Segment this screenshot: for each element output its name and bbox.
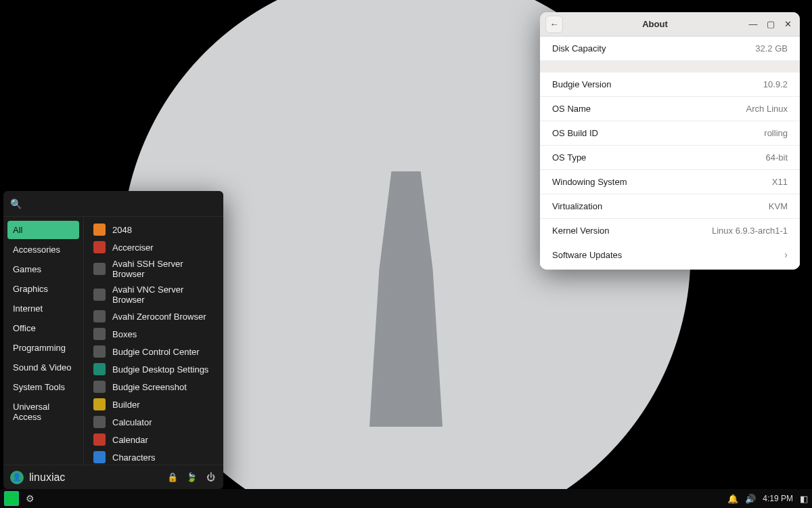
- about-row-label: Disk Capacity: [552, 43, 606, 54]
- search-input[interactable]: [27, 198, 217, 209]
- sidebar-toggle-button[interactable]: ◧: [800, 494, 808, 504]
- app-launcher-button[interactable]: [4, 491, 19, 506]
- app-item[interactable]: Budgie Screenshot: [89, 378, 221, 396]
- about-row-label: OS Type: [552, 152, 586, 163]
- about-row-disk: Disk Capacity 32.2 GB: [540, 37, 800, 60]
- about-titlebar[interactable]: ← About — ▢ ✕: [540, 12, 800, 37]
- app-item[interactable]: Accerciser: [89, 238, 221, 256]
- wallpaper-decoration: [345, 34, 467, 427]
- category-item[interactable]: Accessories: [7, 240, 79, 259]
- maximize-button[interactable]: ▢: [765, 18, 777, 30]
- category-item[interactable]: All: [7, 221, 79, 239]
- leaf-icon: 🍃: [186, 472, 197, 482]
- app-item-label: Builder: [112, 400, 139, 410]
- power-icon: ⏻: [206, 472, 215, 482]
- category-item[interactable]: Office: [7, 319, 79, 337]
- app-item[interactable]: Avahi SSH Server Browser: [89, 256, 221, 282]
- app-icon: [93, 345, 106, 358]
- category-item[interactable]: Universal Access: [7, 398, 79, 426]
- about-row: OS NameArch Linux: [540, 96, 800, 121]
- avatar[interactable]: 👤: [10, 471, 24, 484]
- app-icon: [93, 241, 106, 253]
- about-row-label: Windowing System: [552, 177, 627, 187]
- app-item-label: Avahi Zeroconf Browser: [112, 312, 206, 322]
- power-button[interactable]: ⏻: [204, 471, 217, 484]
- suspend-button[interactable]: 🍃: [185, 471, 198, 484]
- user-icon: 👤: [12, 473, 22, 482]
- minimize-icon: —: [748, 19, 757, 29]
- bell-icon: 🔔: [727, 494, 738, 504]
- app-icon: [93, 381, 106, 393]
- maximize-icon: ▢: [767, 19, 775, 29]
- taskbar: ⚙ 🔔 🔊 4:19 PM ◧: [0, 489, 812, 508]
- about-row: Budgie Version10.9.2: [540, 72, 800, 96]
- app-item-label: Avahi SSH Server Browser: [112, 259, 217, 279]
- app-item[interactable]: Avahi VNC Server Browser: [89, 282, 221, 308]
- app-icon: [93, 328, 106, 340]
- gear-icon: ⚙: [26, 493, 35, 504]
- app-icon: [93, 416, 106, 428]
- about-row-value: KVM: [769, 201, 788, 211]
- chevron-right-icon: ›: [784, 249, 788, 260]
- about-row: OS Build IDrolling: [540, 121, 800, 145]
- menu-footer: 👤 linuxiac 🔒 🍃 ⏻: [3, 465, 223, 489]
- about-row-value: 32.2 GB: [755, 43, 788, 54]
- about-row-label: Budgie Version: [552, 79, 611, 89]
- about-link-label: Software Updates: [552, 250, 622, 260]
- back-button[interactable]: ←: [545, 16, 563, 33]
- about-row-label: Kernel Version: [552, 226, 610, 236]
- clock[interactable]: 4:19 PM: [763, 494, 793, 503]
- about-row-value: Arch Linux: [746, 104, 788, 114]
- minimize-button[interactable]: —: [747, 18, 759, 30]
- app-icon: [93, 451, 106, 463]
- category-list[interactable]: AllAccessoriesGamesGraphicsInternetOffic…: [3, 217, 83, 465]
- app-item[interactable]: Budgie Control Center: [89, 343, 221, 360]
- notifications-button[interactable]: 🔔: [727, 494, 738, 504]
- app-item-label: Budgie Desktop Settings: [112, 364, 208, 375]
- app-item[interactable]: Budgie Desktop Settings: [89, 360, 221, 378]
- about-row-value: 10.9.2: [763, 79, 788, 89]
- app-icon: [93, 363, 106, 375]
- category-item[interactable]: System Tools: [7, 378, 79, 396]
- app-item[interactable]: Builder: [89, 396, 221, 413]
- about-row-label: OS Name: [552, 104, 591, 114]
- lock-button[interactable]: 🔒: [166, 471, 179, 484]
- category-item[interactable]: Games: [7, 260, 79, 278]
- category-item[interactable]: Programming: [7, 339, 79, 357]
- about-row: VirtualizationKVM: [540, 194, 800, 218]
- system-tray: 🔔 🔊 4:19 PM ◧: [727, 494, 808, 504]
- app-item[interactable]: Calendar: [89, 431, 221, 448]
- volume-button[interactable]: 🔊: [745, 494, 756, 504]
- app-item-label: Avahi VNC Server Browser: [112, 284, 217, 305]
- app-item-label: Characters: [112, 452, 156, 463]
- about-row-value: 64-bit: [765, 152, 788, 163]
- app-item[interactable]: 2048: [89, 221, 221, 238]
- category-item[interactable]: Graphics: [7, 280, 79, 298]
- category-item[interactable]: Internet: [7, 299, 79, 318]
- arrow-left-icon: ←: [550, 19, 559, 29]
- app-icon: [93, 289, 106, 301]
- app-item[interactable]: Characters: [89, 448, 221, 465]
- about-row-label: OS Build ID: [552, 128, 598, 138]
- app-icon: [93, 398, 106, 410]
- app-icon: [93, 433, 106, 446]
- close-button[interactable]: ✕: [782, 18, 794, 30]
- close-icon: ✕: [784, 19, 792, 29]
- category-item[interactable]: Sound & Video: [7, 358, 79, 377]
- app-item-label: 2048: [112, 225, 132, 235]
- speaker-icon: 🔊: [745, 494, 756, 504]
- about-row: OS Type64-bit: [540, 145, 800, 169]
- software-updates-link[interactable]: Software Updates ›: [540, 242, 800, 267]
- app-item-label: Budgie Control Center: [112, 347, 200, 357]
- about-row: Kernel VersionLinux 6.9.3-arch1-1: [540, 218, 800, 242]
- app-item[interactable]: Avahi Zeroconf Browser: [89, 308, 221, 325]
- menu-search-row: 🔍: [3, 191, 223, 217]
- app-item[interactable]: Calculator: [89, 413, 221, 431]
- settings-button[interactable]: ⚙: [23, 492, 37, 505]
- search-icon: 🔍: [10, 198, 22, 209]
- app-icon: [93, 263, 106, 275]
- app-item-label: Accerciser: [112, 242, 154, 253]
- app-list[interactable]: 2048AccerciserAvahi SSH Server BrowserAv…: [83, 217, 223, 465]
- app-item[interactable]: Boxes: [89, 325, 221, 343]
- about-row-value: rolling: [764, 128, 788, 138]
